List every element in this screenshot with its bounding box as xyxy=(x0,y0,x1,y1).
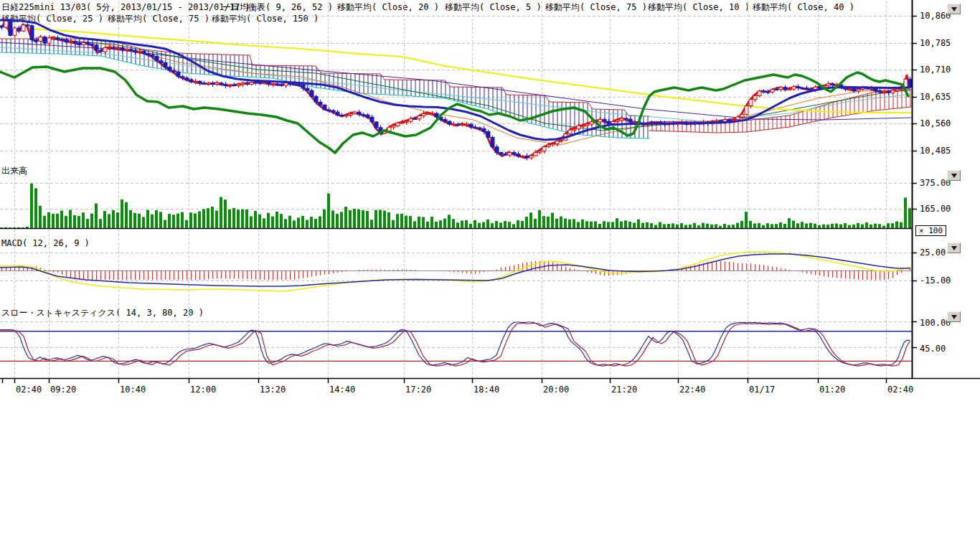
chevron-down-icon xyxy=(951,315,957,319)
chevron-down-icon xyxy=(951,246,957,250)
chevron-down-icon xyxy=(951,7,957,11)
chart-canvas xyxy=(0,0,980,551)
chart-app-window: 日経225mini 13/03( 5分, 2013/01/15 - 2013/0… xyxy=(0,0,980,551)
chevron-down-icon xyxy=(951,174,957,178)
scale-dropdown-button[interactable] xyxy=(947,170,961,181)
scale-dropdown-button[interactable] xyxy=(947,242,961,253)
volume-multiplier-badge: × 100 xyxy=(915,225,946,236)
scale-dropdown-button[interactable] xyxy=(947,311,961,322)
scale-dropdown-button[interactable] xyxy=(947,4,961,14)
